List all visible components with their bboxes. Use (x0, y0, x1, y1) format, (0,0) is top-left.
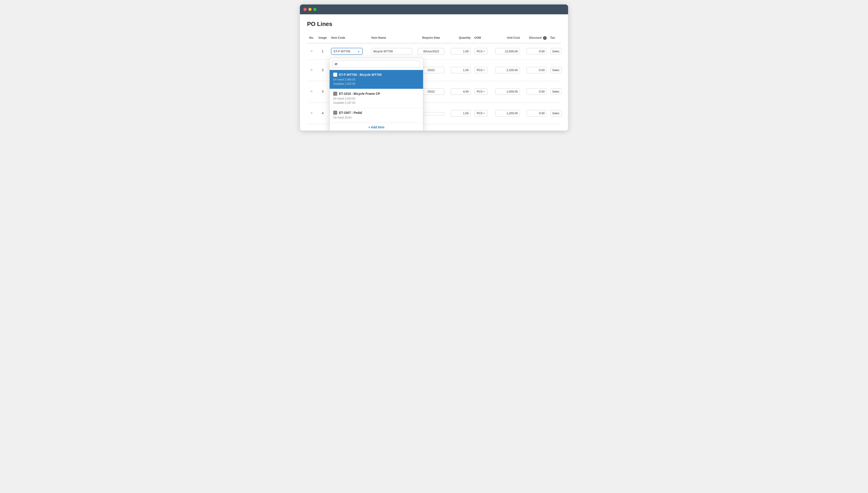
tax-select[interactable]: Selec (550, 88, 562, 95)
chevron-down-icon: ▾ (484, 69, 485, 71)
dropdown-item-code-name: ET-1007 : Pedal (339, 111, 362, 114)
uom-cell: PCS ▾ (472, 87, 493, 97)
item-code-button[interactable]: ET-F-WT700 ▲ (331, 48, 362, 55)
th-quantity: Quantity (448, 35, 472, 41)
dropdown-item-title: ET-1010 : Bicycle Frame CP (333, 92, 420, 96)
table-row: ≡ 1 ET-F-WT700 ▲ (307, 43, 561, 60)
dropdown-item-meta: On Hand 30.00 (333, 115, 420, 120)
item-name-cell (370, 46, 414, 56)
row-number: 1 (316, 48, 329, 55)
uom-cell: PCS ▾ (472, 46, 493, 56)
th-no: No. (307, 35, 316, 41)
tax-select[interactable]: Selec (550, 48, 562, 55)
unit-cost-cell (493, 87, 521, 97)
quantity-input[interactable] (450, 88, 471, 95)
row-number: 4 (316, 110, 329, 117)
unit-cost-cell (493, 46, 521, 56)
th-unit-cost: Unit Cost (493, 35, 521, 41)
tax-cell: Selec (549, 110, 566, 117)
table-header: No. Image Item Code Item Name Require Da… (307, 33, 561, 43)
tax-cell: Selec (549, 88, 566, 95)
dropdown-search-area (330, 58, 423, 70)
unit-cost-input[interactable] (495, 67, 520, 73)
discount-input[interactable] (527, 88, 547, 95)
th-item-name: Item Name (370, 35, 414, 41)
uom-button[interactable]: PCS ▾ (474, 48, 487, 55)
th-image: Image (316, 35, 329, 41)
dropdown-item[interactable]: ET-F-WT700 : Bicycle WT700 On Hand 2,489… (330, 70, 423, 89)
dropdown-item-code-name: ET-1010 : Bicycle Frame CP (339, 92, 380, 95)
page-content: PO Lines No. Image Item Code Item Name R… (300, 14, 568, 131)
unit-cost-input[interactable] (495, 110, 520, 116)
maximize-dot[interactable] (313, 8, 316, 11)
dropdown-item[interactable]: ET-1010 : Bicycle Frame CP On Hand 1,016… (330, 89, 423, 108)
po-lines-table: No. Image Item Code Item Name Require Da… (307, 33, 561, 124)
chevron-down-icon: ▾ (484, 112, 485, 115)
quantity-cell (448, 65, 472, 75)
drag-handle[interactable]: ≡ (307, 66, 316, 74)
th-tax: Tax (549, 35, 566, 41)
uom-cell: PCS ▾ (472, 65, 493, 75)
quantity-input[interactable] (450, 48, 471, 55)
th-item-code: Item Code (329, 35, 370, 41)
close-dot[interactable] (304, 8, 307, 11)
quantity-cell (448, 46, 472, 56)
dropdown-item-meta: On Hand 1,016.00 Available 2,187.00 (333, 97, 420, 105)
discount-cell (521, 87, 549, 97)
item-code-cell: ET-F-WT700 ▲ ET-F-WT7 (329, 46, 370, 56)
discount-cell (521, 108, 549, 118)
item-box-icon (333, 111, 337, 115)
drag-handle[interactable]: ≡ (307, 88, 316, 95)
item-box-icon (333, 73, 337, 77)
item-search-dropdown: ET-F-WT700 : Bicycle WT700 On Hand 2,489… (329, 58, 423, 131)
titlebar (300, 4, 568, 14)
tax-select[interactable]: Selec (550, 67, 562, 73)
item-name-input[interactable] (372, 48, 413, 55)
dropdown-item[interactable]: ET-1007 : Pedal On Hand 30.00 (330, 108, 423, 123)
tax-select[interactable]: Selec (550, 110, 562, 116)
quantity-input[interactable] (450, 67, 471, 73)
row-number: 2 (316, 66, 329, 73)
discount-cell (521, 46, 549, 56)
dropdown-item-code-name: ET-F-WT700 : Bicycle WT700 (339, 73, 382, 77)
row-number: 3 (316, 88, 329, 95)
chevron-down-icon: ▾ (484, 50, 485, 53)
tax-cell: Selec (549, 48, 566, 55)
discount-info-icon: i (543, 36, 547, 40)
chevron-up-icon: ▲ (358, 50, 360, 52)
discount-cell (521, 65, 549, 75)
quantity-cell (448, 108, 472, 118)
quantity-cell (448, 87, 472, 97)
item-box-icon (333, 92, 337, 96)
uom-button[interactable]: PCS ▾ (474, 110, 487, 116)
unit-cost-input[interactable] (495, 48, 520, 55)
drag-handle[interactable]: ≡ (307, 109, 316, 117)
th-require-date: Require Date (414, 35, 448, 41)
unit-cost-cell (493, 65, 521, 75)
page-title: PO Lines (307, 21, 561, 27)
dropdown-item-title: ET-1007 : Pedal (333, 111, 420, 115)
require-date-cell: 30/Jun/2022 (414, 46, 448, 56)
dropdown-item-title: ET-F-WT700 : Bicycle WT700 (333, 73, 420, 77)
require-date-button[interactable]: 30/Jun/2022 (418, 48, 445, 55)
discount-input[interactable] (527, 110, 547, 116)
th-discount: Discount i (521, 35, 549, 41)
quantity-input[interactable] (450, 110, 471, 116)
uom-button[interactable]: PCS ▾ (474, 67, 487, 73)
drag-handle[interactable]: ≡ (307, 47, 316, 55)
dropdown-item-meta: On Hand 2,489.00 Available 2,202.00 (333, 78, 420, 86)
discount-input[interactable] (527, 67, 547, 73)
discount-input[interactable] (527, 48, 547, 55)
app-window: PO Lines No. Image Item Code Item Name R… (300, 4, 568, 131)
dropdown-search-input[interactable] (332, 60, 420, 67)
unit-cost-cell (493, 108, 521, 118)
th-uom: UOM (472, 35, 493, 41)
uom-button[interactable]: PCS ▾ (474, 88, 487, 95)
add-item-button[interactable]: + Add Item (330, 123, 423, 130)
uom-cell: PCS ▾ (472, 108, 493, 118)
unit-cost-input[interactable] (495, 88, 520, 95)
minimize-dot[interactable] (308, 8, 312, 11)
chevron-down-icon: ▾ (484, 90, 485, 93)
tax-cell: Selec (549, 66, 566, 73)
